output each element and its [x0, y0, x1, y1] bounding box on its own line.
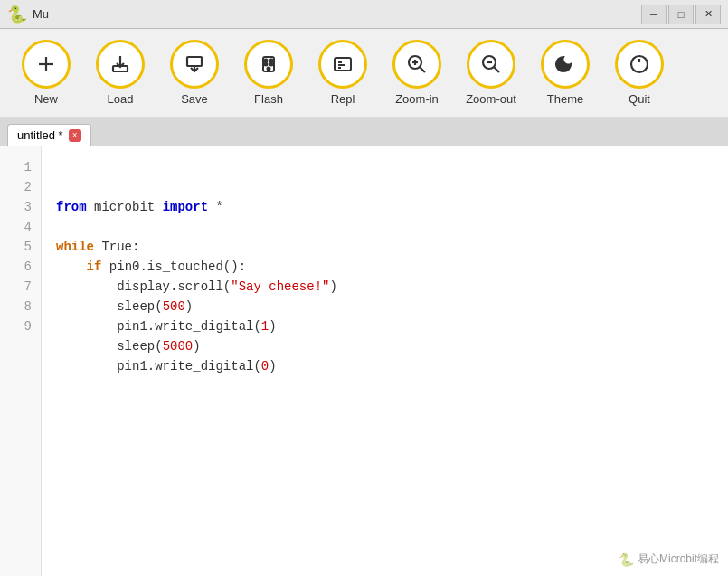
repl-label: Repl [331, 92, 355, 106]
toolbar-quit-button[interactable]: Quit [604, 36, 675, 109]
watermark-icon: 🐍 [619, 552, 634, 567]
load-icon [96, 40, 145, 89]
svg-line-17 [420, 67, 425, 72]
line-number: 9 [0, 316, 41, 336]
zoom-out-label: Zoom-out [466, 92, 516, 106]
line-number: 4 [0, 217, 41, 237]
toolbar-load-button[interactable]: Load [85, 36, 156, 109]
toolbar-zoom-out-button[interactable]: Zoom-out [456, 36, 526, 109]
minimize-button[interactable]: ─ [641, 5, 667, 24]
theme-label: Theme [547, 92, 583, 106]
close-button[interactable]: ✕ [695, 5, 721, 24]
line-number: 7 [0, 277, 41, 297]
line-number: 5 [0, 237, 41, 257]
title-bar: 🐍 Mu ─ □ ✕ [0, 0, 728, 29]
line-number: 1 [0, 157, 41, 177]
toolbar-theme-button[interactable]: Theme [530, 36, 600, 109]
save-icon [170, 40, 219, 89]
line-number: 8 [0, 297, 41, 316]
code-line: pin1.write_digital(0) [56, 356, 714, 376]
save-label: Save [181, 92, 208, 106]
theme-icon [541, 40, 590, 89]
code-line: while True: [56, 237, 714, 257]
code-line: display.scroll("Say cheese!") [56, 277, 714, 297]
svg-rect-4 [187, 57, 202, 66]
zoom-in-icon [392, 40, 441, 89]
toolbar-flash-button[interactable]: Flash [233, 36, 304, 109]
new-label: New [34, 92, 58, 106]
repl-icon [318, 40, 367, 89]
line-number: 6 [0, 257, 41, 277]
tab-bar: untitled * × [0, 118, 728, 146]
toolbar-new-button[interactable]: New [11, 36, 81, 109]
line-number: 3 [0, 197, 41, 217]
zoom-out-icon [467, 40, 515, 89]
new-icon [22, 40, 71, 89]
title-bar-controls[interactable]: ─ □ ✕ [641, 5, 721, 24]
svg-point-9 [265, 63, 268, 66]
code-line: if pin0.is_touched(): [56, 257, 714, 277]
svg-point-23 [631, 56, 648, 72]
quit-icon [615, 40, 664, 89]
tab-close-button[interactable]: × [69, 129, 81, 142]
code-line: sleep(500) [56, 297, 714, 316]
code-editor[interactable]: from microbit import * while True: if pi… [42, 146, 728, 576]
svg-line-21 [494, 67, 499, 72]
toolbar-zoom-in-button[interactable]: Zoom-in [382, 36, 452, 109]
toolbar-repl-button[interactable]: Repl [307, 36, 378, 109]
title-bar-left: 🐍 Mu [7, 5, 49, 24]
title-bar-title: Mu [33, 7, 49, 21]
zoom-in-label: Zoom-in [395, 92, 439, 106]
maximize-button[interactable]: □ [668, 5, 694, 24]
svg-point-7 [265, 60, 268, 62]
app-icon: 🐍 [7, 5, 27, 24]
line-numbers: 123456789 [0, 146, 42, 576]
code-line: from microbit import * [56, 197, 714, 217]
tab-untitled[interactable]: untitled * × [7, 124, 91, 146]
flash-label: Flash [254, 92, 283, 106]
toolbar: New Load Save Flash [0, 29, 728, 118]
watermark: 🐍 易心Microbit编程 [619, 552, 719, 567]
flash-icon [244, 40, 293, 89]
code-line [56, 217, 714, 237]
line-number: 2 [0, 177, 41, 197]
svg-point-8 [270, 60, 273, 62]
svg-point-11 [268, 68, 270, 71]
toolbar-save-button[interactable]: Save [159, 36, 230, 109]
tab-label: untitled * [17, 128, 63, 142]
svg-point-10 [270, 63, 273, 66]
load-label: Load [108, 92, 134, 106]
watermark-text: 易心Microbit编程 [638, 552, 719, 567]
code-line: sleep(5000) [56, 336, 714, 356]
code-line: pin1.write_digital(1) [56, 316, 714, 336]
quit-label: Quit [629, 92, 650, 106]
editor-area: 123456789 from microbit import * while T… [0, 146, 728, 576]
